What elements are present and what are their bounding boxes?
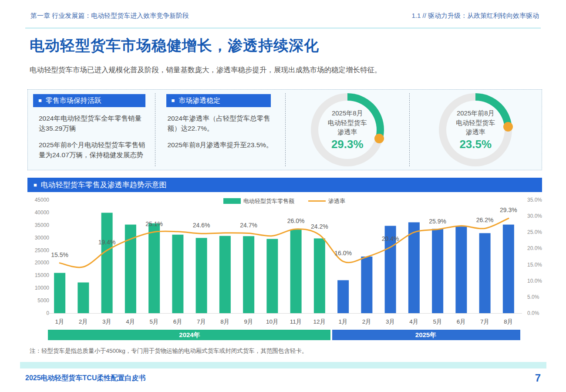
card-retail-paragraph-2: 2025年前8个月电动轻型货车零售销量为24.07万辆，保持稳健发展态势: [39, 140, 147, 160]
month-label: 2月: [79, 318, 88, 325]
card-penetration-paragraph-1: 2024年渗透率（占轻型货车总零售额）达22.7%。: [168, 113, 275, 134]
gauge-label-line: 渗透率: [466, 127, 485, 137]
month-label: 6月: [457, 318, 466, 325]
sales-bar: [101, 213, 113, 313]
penetration-point-label: 24.2%: [311, 223, 328, 230]
header-chapter: 第一章 行业发展篇：电动轻型货车进入效率竞争新阶段: [30, 12, 189, 20]
gauge-label-line: 渗透率: [337, 127, 357, 137]
whitepaper-page: 第一章 行业发展篇：电动轻型货车进入效率竞争新阶段 1.1 // 驱动力升级：从…: [0, 0, 566, 392]
sales-bar: [337, 280, 349, 313]
left-axis-tick: 15000: [35, 272, 50, 278]
card-retail-title: 零售市场保持活跃: [46, 97, 101, 104]
sales-bar: [219, 236, 231, 313]
sales-bar: [172, 235, 183, 313]
left-axis-tick: 10000: [35, 285, 50, 291]
footer-accent-band: [20, 362, 546, 368]
gauge-center-label: 2025年8月 电动轻型货车 渗透率 29.3%: [311, 93, 384, 166]
sales-bar: [314, 238, 325, 313]
sales-bar: [77, 283, 89, 313]
card-penetration-paragraph-2: 2025年前8月渗透率提升至23.5%。: [168, 140, 275, 150]
sales-bar: [479, 233, 491, 313]
sales-bar: [455, 226, 467, 313]
square-bullet-icon: ■: [38, 97, 42, 104]
gauge-ytd-2025-col: 2025年前8月 电动轻型货车 渗透率 23.5%: [409, 93, 542, 166]
month-label: 12月: [313, 318, 326, 325]
month-label: 3月: [386, 318, 395, 325]
card-penetration-title-bar: ■市场渗透稳定: [166, 94, 271, 107]
left-axis-tick: 40000: [35, 210, 50, 216]
penetration-point-label: 15.5%: [51, 251, 68, 258]
gauge-value: 29.3%: [331, 138, 364, 151]
sales-bar: [503, 225, 514, 313]
month-label: 8月: [504, 318, 513, 325]
gauge-ytd-2025: 2025年前8月 电动轻型货车 渗透率 23.5%: [439, 93, 512, 166]
gauge-aug-2025-col: 2025年8月 电动轻型货车 渗透率 29.3%: [285, 93, 409, 166]
gauge-label-line: 电动轻型货车: [456, 118, 495, 128]
right-axis-tick: 20.0%: [527, 245, 542, 251]
right-axis-tick: 35.0%: [527, 197, 542, 203]
legend-bar-swatch-icon: [223, 198, 241, 204]
gauge-label-line: 2025年前8月: [457, 108, 495, 118]
gauge-value: 23.5%: [459, 138, 492, 151]
left-axis-tick: 25000: [35, 247, 50, 253]
card-retail-market: ■零售市场保持活跃 2024年电动轻型货车全年零售销量达35.29万辆 2025…: [28, 93, 155, 166]
penetration-point-label: 25.1%: [145, 220, 163, 227]
chart-title: 电动轻型货车零售及渗透率趋势示意图: [41, 181, 167, 189]
sales-bar: [266, 239, 278, 313]
penetration-point-label: 25.9%: [429, 218, 446, 225]
right-axis-tick: 5.0%: [527, 294, 539, 300]
right-axis-tick: 25.0%: [527, 229, 542, 235]
sales-bar: [54, 273, 65, 313]
sales-bar: [361, 257, 372, 313]
year-band-label: 2024年: [179, 331, 200, 338]
penetration-point-label: 19.4%: [98, 239, 116, 246]
card-penetration: ■市场渗透稳定 2024年渗透率（占轻型货车总零售额）达22.7%。 2025年…: [155, 93, 286, 166]
left-axis-tick: 45000: [35, 197, 50, 203]
legend-bar-label: 电动轻型货车零售额: [243, 198, 294, 204]
right-axis-tick: 10.0%: [527, 278, 542, 284]
sales-bar: [148, 223, 160, 313]
card-penetration-title: 市场渗透稳定: [179, 97, 220, 104]
header-section: 1.1 // 驱动力升级：从政策红利转向效率驱动: [411, 12, 539, 20]
penetration-point-label: 24.7%: [240, 222, 257, 229]
gauge-label-line: 电动轻型货车: [328, 118, 367, 128]
sales-bar: [243, 236, 254, 313]
month-label: 3月: [102, 318, 111, 325]
card-retail-paragraph-1: 2024年电动轻型货车全年零售销量达35.29万辆: [39, 113, 147, 134]
penetration-point-label: 24.6%: [193, 222, 210, 229]
sales-bar: [290, 230, 302, 313]
month-label: 9月: [244, 318, 253, 325]
penetration-point-label: 16.0%: [334, 250, 352, 257]
header-divider: [25, 27, 541, 29]
month-label: 5月: [433, 318, 442, 325]
left-axis-tick: 35000: [35, 222, 50, 228]
month-label: 2月: [362, 318, 371, 325]
trend-chart: 4500040000350003000025000200001500010000…: [27, 192, 542, 345]
right-axis-tick: 0.0%: [527, 310, 539, 316]
square-bullet-icon: ■: [34, 182, 37, 188]
legend-line-label: 渗透率: [328, 198, 345, 204]
penetration-point-label: 29.3%: [500, 206, 517, 213]
month-label: 1月: [339, 318, 348, 325]
chart-title-bar: ■电动轻型货车零售及渗透率趋势示意图: [27, 178, 542, 192]
page-footer: 2025电动轻型货车TCU柔性配置白皮书 7: [25, 372, 541, 384]
left-axis-tick: 5000: [37, 297, 49, 304]
footer-document-title: 2025电动轻型货车TCU柔性配置白皮书: [25, 374, 145, 383]
gauge-center-label: 2025年前8月 电动轻型货车 渗透率 23.5%: [439, 93, 512, 166]
page-title: 电动轻型货车市场稳健增长，渗透持续深化: [30, 36, 319, 56]
month-label: 4月: [126, 318, 135, 325]
penetration-point-label: 26.2%: [476, 216, 494, 223]
month-label: 7月: [480, 318, 489, 325]
month-label: 5月: [150, 318, 159, 325]
right-axis-tick: 30.0%: [527, 213, 542, 219]
month-label: 1月: [55, 318, 64, 325]
month-label: 6月: [173, 318, 182, 325]
sales-bar: [432, 229, 443, 313]
month-label: 11月: [290, 318, 302, 325]
gauge-label-line: 2025年8月: [332, 108, 363, 118]
penetration-point-label: 20.4%: [382, 235, 399, 242]
summary-panel: ■零售市场保持活跃 2024年电动轻型货车全年零售销量达35.29万辆 2025…: [27, 89, 542, 170]
month-label: 4月: [409, 318, 418, 325]
month-label: 10月: [266, 318, 279, 325]
trend-chart-container: 4500040000350003000025000200001500010000…: [27, 192, 542, 345]
